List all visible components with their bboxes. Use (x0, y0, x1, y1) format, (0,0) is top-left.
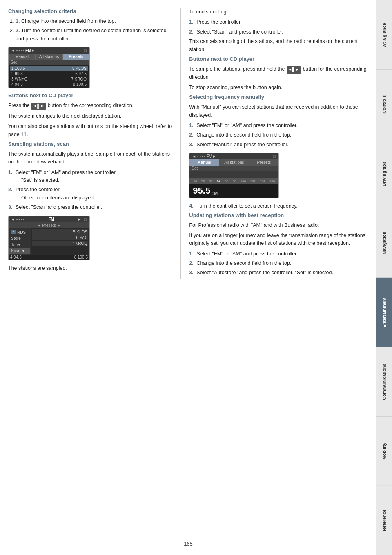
freq-cursor-bar (189, 171, 278, 178)
section-title-changing: Changing selection criteria (8, 8, 172, 14)
scan-item-scan[interactable]: Scan ▼ (9, 248, 30, 254)
section-title-sampling: Sampling stations, scan (8, 141, 172, 147)
sidebar-tab-navigation[interactable]: Navigation (376, 208, 392, 278)
step-sampling-1: 1.Select "FM" or "AM" and press the cont… (8, 169, 172, 185)
para-buttons-3: You can also change stations with button… (8, 123, 172, 139)
btn-icon-left: ◄▌► (31, 103, 46, 110)
steps-update: 1.Select "FM" or "AM" and press the cont… (189, 250, 368, 277)
radio-set-row-1: Set (9, 60, 89, 65)
freq-tab-allstations[interactable]: All stations (219, 159, 249, 166)
freq-screen: ◄ ▪▪▪▪ FM ► ⬡ Manual All stations Preset… (189, 153, 279, 198)
freq-scale: 88 90 92 94 96 98 100 102 104 106 (189, 178, 278, 184)
page-number: 165 (0, 541, 376, 547)
end-step-2: 2.Select "Scan" and press the controller… (189, 28, 368, 36)
sidebar-tab-at-a-glance[interactable]: At a glance (376, 0, 392, 69)
update-step-3: 3.Select "Autostore" and press the contr… (189, 269, 368, 277)
para-update-2: If you are on a longer journey and leave… (189, 232, 368, 248)
radio-screen-1: ◄ ▪▪▪▪ FM ► ⬡ Manual All stations Preset… (8, 47, 90, 88)
sidebar-tab-communications[interactable]: Communications (376, 347, 392, 416)
section-select-freq: Selecting frequency manually With "Manua… (189, 94, 368, 210)
section-title-update: Updating stations with best reception (189, 212, 368, 218)
para-buttons-2: The system changes to the next displayed… (8, 112, 172, 120)
section-title-buttons-cd-left: Buttons next to CD player (8, 92, 172, 98)
end-sampling-steps: 1.Press the controller. 2.Select "Scan" … (189, 18, 368, 36)
station-row-4: 4 94.38 100.5 (10, 82, 88, 87)
section-changing-selection: Changing selection criteria 1. Change in… (8, 8, 172, 88)
step-sampling-3: 3.Select "Scan" and press the controller… (8, 204, 172, 211)
end-sampling-note: This cancels sampling of the stations, a… (189, 38, 368, 54)
section-sampling: Sampling stations, scan The system autom… (8, 141, 172, 272)
to-end-intro: To end sampling: (189, 8, 368, 16)
section-update-stations: Updating stations with best reception Fo… (189, 212, 368, 277)
scan-row-kroq: 7 KROQ (32, 241, 88, 246)
scan-right: 5 KLOS 6 97.5 7 KROQ (31, 228, 89, 255)
freq-tab-manual[interactable]: Manual (189, 159, 219, 166)
section-buttons-cd-right: Buttons next to CD player To sample the … (189, 56, 368, 92)
section-title-freq: Selecting frequency manually (189, 94, 368, 100)
freq-step-1: 1.Select "FM" or "AM" and press the cont… (189, 122, 368, 130)
btn-icon-right: ◄▌► (287, 66, 301, 74)
sidebar-tab-driving-tips[interactable]: Driving tips (376, 139, 392, 208)
update-step-1: 1.Select "FM" or "AM" and press the cont… (189, 250, 368, 258)
scan-menu-left: ✓ RDS Store Tone Scan ▼ (9, 228, 31, 255)
freq-tab-presets[interactable]: Presets (249, 159, 278, 166)
sidebar-tab-entertainment[interactable]: Entertainment (376, 278, 392, 347)
scan-bottom-row: 4 94.38 100.5 (9, 255, 89, 260)
sidebar-tab-controls[interactable]: Controls (376, 69, 392, 139)
end-step-1: 1.Press the controller. (189, 18, 368, 26)
para-cd-right-1: To sample the stations, press and hold t… (189, 65, 368, 81)
freq-tabs: Manual All stations Presets (189, 159, 278, 166)
radio-screen-scan: ◄ ▪▪▪▪ FM ► ⬡ ◄ Presets ► ✓ RDS Store To… (8, 216, 90, 260)
para-update-1: For Professional radio with "AM" and wit… (189, 222, 368, 229)
station-row-1: 1 103.55 KLOS (10, 66, 88, 71)
freq-top-bar: ◄ ▪▪▪▪ FM ► ⬡ (189, 153, 278, 159)
sampling-footer: The stations are sampled. (8, 264, 172, 272)
scan-row-klos: 5 KLOS (32, 229, 88, 235)
radio-tab-manual[interactable]: Manual (9, 54, 36, 60)
steps-sampling: 1.Select "FM" or "AM" and press the cont… (8, 169, 172, 212)
sidebar-tab-reference[interactable]: Reference (376, 486, 392, 555)
step-freq-4: 4.Turn the controller to set a certain f… (189, 202, 368, 210)
scan-menu: ✓ RDS Store Tone Scan ▼ 5 KLOS 6 97.5 7 … (9, 228, 89, 255)
steps-freq: 1.Select "FM" or "AM" and press the cont… (189, 122, 368, 149)
freq-step-2: 2.Change into the second field from the … (189, 131, 368, 139)
scan-row-97: 6 97.5 (32, 235, 88, 240)
update-step-2: 2.Change into the second field from the … (189, 260, 368, 267)
para-cd-right-2: To stop scanning, press the button again… (189, 84, 368, 92)
step-sampling-2: 2.Press the controller. Other menu items… (8, 186, 172, 202)
steps-changing: 1. Change into the second field from the… (8, 18, 172, 43)
para-freq-1: With "Manual" you can select stations th… (189, 103, 368, 119)
right-column: To end sampling: 1.Press the controller.… (181, 8, 368, 279)
scan-presets-bar: ◄ Presets ► (9, 222, 89, 228)
para-sampling-1: The system automatically plays a brief s… (8, 150, 172, 166)
main-content: Changing selection criteria 1. Change in… (0, 0, 376, 295)
radio-tab-presets[interactable]: Presets (63, 54, 89, 60)
radio-stations-1: 1 103.55 KLOS 2 99.36 97.5 3 WNYC7 KROQ … (9, 65, 89, 88)
para-buttons-1: Press the ◄▌► button for the correspondi… (8, 102, 172, 110)
freq-step-4: 4.Turn the controller to set a certain f… (189, 202, 368, 210)
scan-item-rds: ✓ RDS (9, 229, 30, 235)
step-item: 2. Turn the controller until the desired… (16, 27, 172, 43)
sidebar-tabs: At a glance Controls Driving tips Naviga… (376, 0, 392, 555)
step-item: 1. Change into the second field from the… (16, 18, 172, 25)
sidebar-tab-mobility[interactable]: Mobility (376, 416, 392, 486)
freq-set-row: Set (189, 166, 278, 171)
freq-step-3: 3.Select "Manual" and press the controll… (189, 141, 368, 149)
section-buttons-cd-left: Buttons next to CD player Press the ◄▌► … (8, 92, 172, 139)
link-page-11[interactable]: 11 (21, 132, 27, 137)
freq-cursor (234, 172, 234, 177)
radio-top-bar-1: ◄ ▪▪▪▪ FM ► ⬡ (9, 47, 89, 54)
radio-tabs-1: Manual All stations Presets (9, 54, 89, 60)
scan-item-tone: Tone (9, 242, 30, 248)
radio-tab-allstations[interactable]: All stations (36, 54, 62, 60)
left-column: Changing selection criteria 1. Change in… (8, 8, 181, 279)
scan-item-store: Store (9, 235, 30, 242)
station-row-2: 2 99.36 97.5 (10, 71, 88, 76)
scan-top-bar: ◄ ▪▪▪▪ FM ► ⬡ (9, 216, 89, 222)
section-title-buttons-cd-right: Buttons next to CD player (189, 56, 368, 62)
freq-big-display: 95.5FM (189, 184, 278, 198)
section-end-sampling: To end sampling: 1.Press the controller.… (189, 8, 368, 54)
station-row-3: 3 WNYC7 KROQ (10, 76, 88, 82)
